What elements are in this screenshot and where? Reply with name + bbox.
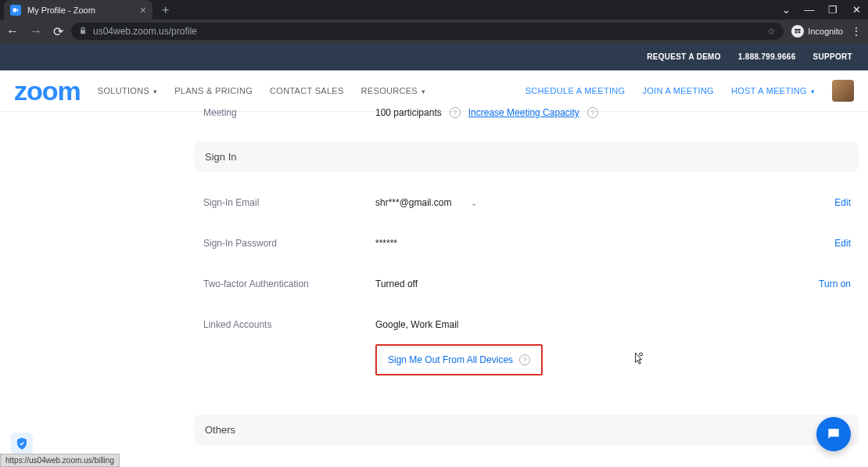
twofa-row: Two-factor Authentication Turned off Tur… [194, 271, 859, 311]
nav-host[interactable]: HOST A MEETING ▾ [731, 86, 815, 95]
nav-join[interactable]: JOIN A MEETING [642, 86, 714, 95]
signout-all-highlight: Sign Me Out From All Devices ? [375, 344, 543, 375]
caret-down-icon: ▾ [419, 88, 425, 95]
reload-icon[interactable]: ⟳ [53, 24, 63, 39]
zoom-utility-bar: REQUEST A DEMO 1.888.799.9666 SUPPORT [0, 43, 868, 70]
address-bar[interactable]: us04web.zoom.us/profile ☆ [71, 23, 784, 40]
nav-solutions[interactable]: SOLUTIONS ▾ [98, 86, 157, 95]
signin-email-label: Sign-In Email [194, 197, 375, 208]
increase-capacity-link[interactable]: Increase Meeting Capacity [468, 107, 579, 118]
edit-email-link[interactable]: Edit [834, 197, 851, 208]
meeting-value: 100 participants [375, 107, 442, 118]
tab-title: My Profile - Zoom [27, 5, 140, 15]
security-shield-badge[interactable] [11, 433, 33, 454]
mouse-cursor [633, 352, 644, 366]
close-window-icon[interactable]: ✕ [845, 4, 868, 16]
incognito-badge[interactable]: Incognito [791, 25, 843, 38]
nav-contact[interactable]: CONTACT SALES [270, 86, 344, 95]
window-controls: ⌄ — ❐ ✕ [774, 4, 868, 16]
support-link[interactable]: SUPPORT [813, 52, 852, 61]
browser-tab[interactable]: My Profile - Zoom × [4, 0, 152, 20]
nav-plans[interactable]: PLANS & PRICING [174, 86, 253, 95]
nav-schedule[interactable]: SCHEDULE A MEETING [525, 86, 626, 95]
chat-icon [826, 426, 841, 442]
page-body: Meeting 100 participants ? Increase Meet… [0, 112, 868, 467]
signout-all-row: Sign Me Out From All Devices ? [194, 344, 859, 397]
star-icon[interactable]: ☆ [767, 26, 776, 37]
left-sidebar-area [0, 112, 194, 467]
zoom-logo[interactable]: zoom [14, 76, 81, 106]
browser-toolbar: ← → ⟳ us04web.zoom.us/profile ☆ Incognit… [0, 20, 868, 43]
meeting-label: Meeting [194, 107, 375, 118]
zoom-favicon [10, 5, 21, 16]
shield-icon [15, 436, 29, 451]
svg-point-1 [795, 31, 798, 33]
minimize-icon[interactable]: — [798, 4, 821, 16]
signout-all-devices-link[interactable]: Sign Me Out From All Devices [388, 354, 513, 365]
zoom-main-nav: zoom SOLUTIONS ▾ PLANS & PRICING CONTACT… [0, 70, 868, 112]
signin-section-header: Sign In [194, 142, 859, 172]
browser-status-bar: https://us04web.zoom.us/billing [0, 454, 120, 467]
linked-accounts-label: Linked Accounts [194, 319, 375, 330]
browser-menu-icon[interactable]: ⋮ [851, 25, 862, 38]
url-text: us04web.zoom.us/profile [93, 26, 197, 37]
nav-resources[interactable]: RESOURCES ▾ [361, 86, 426, 95]
twofa-value: Turned off [375, 278, 418, 289]
twofa-turnon-link[interactable]: Turn on [819, 278, 851, 289]
meeting-capacity-row: Meeting 100 participants ? Increase Meet… [194, 107, 859, 134]
signin-password-value: ****** [375, 238, 397, 249]
maximize-icon[interactable]: ❐ [821, 4, 845, 16]
help-icon[interactable]: ? [450, 107, 461, 118]
incognito-icon [791, 25, 804, 38]
caret-down-icon: ▾ [151, 88, 157, 95]
forward-icon[interactable]: → [30, 24, 42, 38]
svg-point-4 [640, 353, 643, 356]
signin-password-row: Sign-In Password ****** Edit [194, 230, 859, 271]
svg-rect-0 [13, 8, 16, 12]
help-icon[interactable]: ? [587, 107, 598, 118]
edit-password-link[interactable]: Edit [834, 238, 851, 249]
user-avatar[interactable] [832, 80, 854, 102]
signin-email-row: Sign-In Email shr***@gmail.com ⌄ Edit [194, 189, 859, 230]
chevron-down-icon[interactable]: ⌄ [774, 4, 798, 16]
support-phone[interactable]: 1.888.799.9666 [738, 52, 796, 61]
signin-password-label: Sign-In Password [194, 238, 375, 249]
others-section-header: Others [194, 415, 859, 445]
svg-rect-3 [794, 29, 801, 31]
signin-email-value: shr***@gmail.com [375, 197, 452, 208]
new-tab-button[interactable]: + [162, 3, 169, 17]
chat-fab[interactable] [816, 417, 851, 451]
linked-accounts-value: Google, Work Email [375, 319, 458, 330]
caret-down-icon: ▾ [809, 88, 815, 95]
twofa-label: Two-factor Authentication [194, 278, 375, 289]
browser-tab-strip: My Profile - Zoom × + ⌄ — ❐ ✕ [0, 0, 868, 20]
lock-icon [79, 26, 87, 37]
calendar-integration-row: Calendar and Contacts Integration We sup… [194, 462, 859, 467]
request-demo-link[interactable]: REQUEST A DEMO [647, 52, 721, 61]
close-tab-icon[interactable]: × [140, 4, 146, 16]
linked-accounts-row: Linked Accounts Google, Work Email [194, 311, 859, 344]
help-icon[interactable]: ? [519, 354, 530, 365]
expand-icon[interactable]: ⌄ [471, 199, 477, 207]
svg-point-2 [798, 31, 801, 33]
back-icon[interactable]: ← [6, 24, 19, 38]
